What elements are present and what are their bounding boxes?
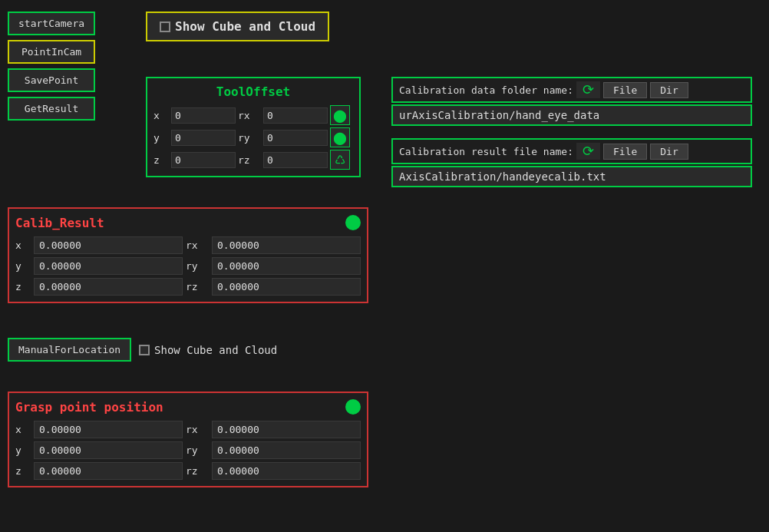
ry-input[interactable] [263, 130, 328, 146]
y-icon-button[interactable]: ⬤ [330, 127, 350, 147]
calib-result-green-dot [345, 215, 361, 230]
rx-label: rx [238, 110, 261, 121]
gp-rz-val: 0.00000 [212, 462, 361, 480]
gp-z-label: z [15, 465, 31, 477]
cr-ry-label: ry [186, 260, 209, 272]
cr-y-val: 0.00000 [34, 257, 183, 275]
refresh-icon-2: ⟳ [583, 144, 594, 159]
calib-result-panel: Calib_Result x 0.00000 rx 0.00000 y 0.00… [8, 207, 368, 303]
gp-y-label: y [15, 444, 31, 456]
point-in-cam-button[interactable]: PointInCam [8, 40, 95, 64]
gp-y-val: 0.00000 [34, 441, 183, 459]
start-camera-button[interactable]: startCamera [8, 12, 95, 35]
gp-ry-val: 0.00000 [212, 441, 361, 459]
calib-result-file-label: Calibration result file name: [399, 146, 573, 157]
tool-offset-title: ToolOffset [153, 84, 353, 99]
calib-folder-dir-button[interactable]: Dir [650, 82, 688, 98]
cr-y-label: y [15, 260, 31, 272]
y-input[interactable] [171, 130, 236, 146]
gp-rx-label: rx [186, 424, 209, 435]
calib-result-refresh-button[interactable]: ⟳ [576, 143, 600, 160]
show-cube-top-checkbox[interactable] [160, 21, 170, 32]
refresh-icon: ⟳ [583, 82, 594, 97]
cr-rz-val: 0.00000 [212, 278, 361, 296]
gp-x-val: 0.00000 [34, 421, 183, 438]
z-icon-button[interactable]: ♺ [330, 150, 350, 170]
calib-folder-label: Calibration data folder name: [399, 84, 573, 96]
cr-rz-label: rz [186, 281, 209, 292]
cr-rx-label: rx [186, 240, 209, 251]
calib-folder-refresh-button[interactable]: ⟳ [576, 81, 600, 98]
z-input[interactable] [171, 152, 236, 168]
gp-rx-val: 0.00000 [212, 421, 361, 438]
show-cube-top-button[interactable]: Show Cube and Cloud [146, 12, 329, 41]
cr-x-label: x [15, 240, 31, 251]
get-result-button[interactable]: GetResult [8, 97, 95, 121]
calib-result-file-path: AxisCalibration/handeyecalib.txt [391, 166, 752, 187]
x-icon-button[interactable]: ⬤ [330, 105, 350, 125]
rz-label: rz [238, 154, 261, 166]
gp-ry-label: ry [186, 444, 209, 456]
show-cube-bottom-label: Show Cube and Cloud [154, 344, 277, 356]
tool-offset-panel: ToolOffset x rx ⬤ y ry ⬤ z rz ♺ [146, 77, 361, 177]
x-label: x [153, 110, 169, 121]
calib-folder-path: urAxisCalibration/hand_eye_data [391, 104, 752, 126]
cr-z-val: 0.00000 [34, 278, 183, 296]
rz-input[interactable] [263, 152, 328, 168]
calib-folder-section: Calibration data folder name: ⟳ File Dir… [391, 77, 752, 200]
calib-folder-row: Calibration data folder name: ⟳ File Dir [391, 77, 752, 103]
grasp-title-text: Grasp point position [15, 400, 163, 415]
show-cube-bottom-checkbox[interactable] [139, 345, 150, 355]
x-input[interactable] [171, 107, 236, 124]
gp-z-val: 0.00000 [34, 462, 183, 480]
cr-z-label: z [15, 281, 31, 292]
save-point-button[interactable]: SavePoint [8, 68, 95, 92]
show-cube-bottom-button[interactable]: Show Cube and Cloud [139, 344, 277, 356]
grasp-green-dot [345, 399, 361, 415]
calib-folder-file-button[interactable]: File [603, 82, 647, 98]
rx-input[interactable] [263, 107, 328, 124]
y-label: y [153, 132, 169, 144]
grasp-point-panel: Grasp point position x 0.00000 rx 0.0000… [8, 392, 368, 487]
calib-result-file-row: Calibration result file name: ⟳ File Dir [391, 138, 752, 164]
show-cube-top-label: Show Cube and Cloud [175, 19, 315, 34]
calib-result-dir-button[interactable]: Dir [650, 144, 688, 160]
gp-rz-label: rz [186, 465, 209, 477]
manual-for-location-button[interactable]: ManualForLocation [8, 338, 131, 362]
cr-rx-val: 0.00000 [212, 236, 361, 254]
ry-label: ry [238, 132, 261, 144]
cr-ry-val: 0.00000 [212, 257, 361, 275]
gp-x-label: x [15, 424, 31, 435]
z-label: z [153, 154, 169, 166]
manual-row: ManualForLocation Show Cube and Cloud [8, 338, 277, 362]
cr-x-val: 0.00000 [34, 236, 183, 254]
calib-result-file-button[interactable]: File [603, 144, 647, 160]
calib-result-title-text: Calib_Result [15, 216, 104, 230]
